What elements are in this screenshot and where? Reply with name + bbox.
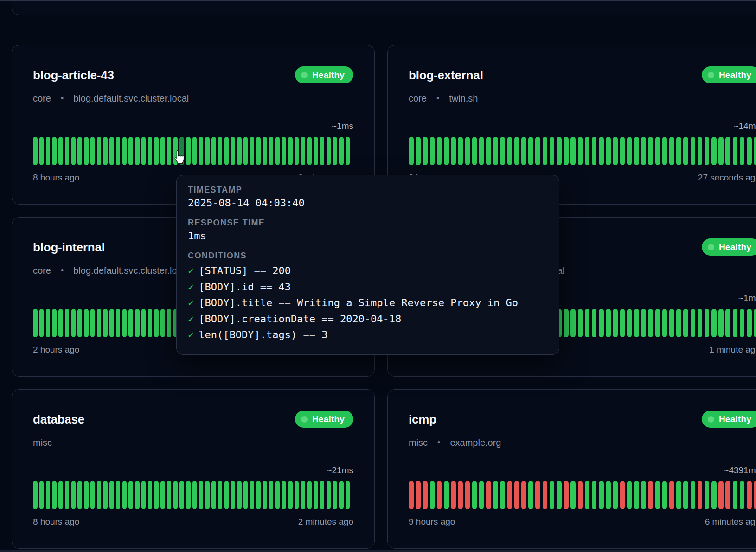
uptime-bar[interactable] [585, 137, 590, 165]
uptime-bar[interactable] [90, 137, 95, 165]
uptime-bar[interactable] [282, 137, 286, 165]
uptime-bar[interactable] [500, 481, 505, 509]
uptime-bar[interactable] [564, 309, 569, 337]
uptime-bar[interactable] [528, 137, 533, 165]
uptime-bar[interactable] [71, 309, 76, 337]
uptime-bar[interactable] [683, 309, 688, 337]
uptime-bar[interactable] [669, 137, 674, 165]
uptime-bar[interactable] [199, 137, 204, 165]
uptime-bar[interactable] [592, 481, 597, 509]
uptime-bar[interactable] [128, 137, 133, 165]
uptime-bar[interactable] [705, 481, 710, 509]
uptime-bar[interactable] [116, 481, 121, 509]
uptime-bar[interactable] [570, 137, 576, 165]
uptime-bar[interactable] [648, 137, 653, 165]
uptime-bar[interactable] [521, 481, 526, 509]
uptime-bar[interactable] [116, 137, 121, 165]
uptime-bar[interactable] [747, 481, 752, 509]
uptime-bar[interactable] [256, 481, 261, 509]
uptime-bar[interactable] [521, 137, 526, 165]
uptime-bar[interactable] [451, 137, 456, 165]
uptime-bar[interactable] [592, 137, 597, 165]
uptime-bar[interactable] [550, 481, 555, 509]
uptime-bar[interactable] [58, 309, 63, 337]
uptime-bar[interactable] [269, 137, 274, 165]
uptime-bar[interactable] [84, 309, 89, 337]
uptime-bar[interactable] [592, 309, 597, 337]
uptime-bar[interactable] [550, 137, 555, 165]
uptime-bar[interactable] [288, 137, 293, 165]
uptime-bar[interactable] [211, 481, 216, 509]
uptime-bar[interactable] [423, 137, 428, 165]
uptime-bar[interactable] [641, 137, 646, 165]
uptime-bar[interactable] [65, 137, 70, 165]
uptime-bar[interactable] [740, 481, 745, 509]
uptime-bar[interactable] [718, 481, 724, 509]
uptime-bar[interactable] [307, 137, 312, 165]
uptime-bar[interactable] [500, 137, 505, 165]
uptime-bar[interactable] [733, 137, 738, 165]
uptime-bar[interactable] [128, 309, 133, 337]
uptime-bar[interactable] [141, 309, 146, 337]
uptime-bar[interactable] [691, 481, 696, 509]
uptime-bar[interactable] [301, 137, 306, 165]
uptime-bar[interactable] [535, 481, 540, 509]
uptime-bar[interactable] [103, 481, 108, 509]
uptime-bar[interactable] [346, 481, 350, 509]
uptime-bar[interactable] [33, 137, 38, 165]
uptime-bar[interactable] [641, 309, 646, 337]
uptime-bar[interactable] [725, 137, 730, 165]
uptime-bar[interactable] [167, 481, 172, 509]
uptime-bar[interactable] [84, 481, 89, 509]
uptime-bar[interactable] [97, 481, 102, 509]
uptime-bar[interactable] [307, 481, 312, 509]
uptime-bar[interactable] [173, 481, 178, 509]
uptime-bar[interactable] [416, 137, 421, 165]
uptime-bar[interactable] [507, 481, 513, 509]
uptime-bar[interactable] [507, 137, 513, 165]
uptime-bar[interactable] [725, 309, 730, 337]
uptime-bar[interactable] [167, 137, 172, 165]
uptime-bar[interactable] [662, 481, 667, 509]
uptime-bar[interactable] [479, 137, 484, 165]
uptime-bar[interactable] [479, 481, 484, 509]
uptime-bar[interactable] [669, 309, 674, 337]
uptime-bar[interactable] [333, 137, 337, 165]
uptime-bar[interactable] [275, 137, 280, 165]
uptime-bar[interactable] [599, 137, 604, 165]
uptime-bar[interactable] [691, 137, 696, 165]
uptime-bar[interactable] [135, 309, 140, 337]
uptime-bar[interactable] [339, 481, 344, 509]
endpoint-card-icmp[interactable]: icmpHealthymisc•example.org~4391ms9 hour… [387, 389, 756, 549]
uptime-bar[interactable] [437, 137, 442, 165]
uptime-bar[interactable] [122, 137, 127, 165]
uptime-bar[interactable] [148, 481, 153, 509]
uptime-bar[interactable] [747, 309, 752, 337]
uptime-bar[interactable] [458, 137, 463, 165]
uptime-bar[interactable] [77, 481, 82, 509]
uptime-bar[interactable] [103, 309, 108, 337]
uptime-bar[interactable] [718, 137, 724, 165]
uptime-bar[interactable] [135, 481, 140, 509]
uptime-bar[interactable] [135, 137, 140, 165]
uptime-bar[interactable] [676, 481, 681, 509]
uptime-bar[interactable] [160, 481, 165, 509]
uptime-bar[interactable] [740, 137, 745, 165]
uptime-bar[interactable] [691, 309, 696, 337]
uptime-bar[interactable] [256, 137, 261, 165]
uptime-bar[interactable] [570, 481, 576, 509]
uptime-bar[interactable] [109, 137, 114, 165]
uptime-bar[interactable] [39, 481, 44, 509]
uptime-bar[interactable] [250, 481, 255, 509]
uptime-bar[interactable] [578, 481, 583, 509]
uptime-bar[interactable] [423, 481, 428, 509]
uptime-bar[interactable] [437, 481, 442, 509]
uptime-bar[interactable] [620, 481, 625, 509]
uptime-bar[interactable] [327, 481, 331, 509]
uptime-bar[interactable] [288, 481, 293, 509]
uptime-bar[interactable] [655, 309, 660, 337]
uptime-bar[interactable] [648, 481, 653, 509]
uptime-bar[interactable] [314, 137, 318, 165]
uptime-bar[interactable] [122, 481, 127, 509]
uptime-bar[interactable] [160, 309, 165, 337]
